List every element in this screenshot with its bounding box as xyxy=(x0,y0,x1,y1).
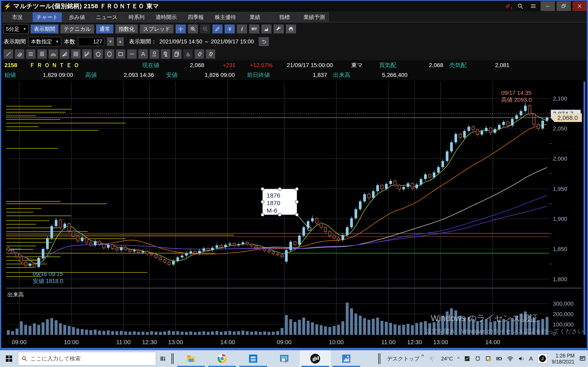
price-chart[interactable]: 2,1002,0502,0001,9501,9001,8501,800300,0… xyxy=(1,80,587,348)
field-value: 1,837 xyxy=(280,72,327,78)
draw-tool-line-icon[interactable] xyxy=(4,49,13,59)
info-icon[interactable]: i xyxy=(237,25,247,33)
taskbar-app-market-app[interactable] xyxy=(300,350,331,367)
draw-tool-hsegment-icon[interactable] xyxy=(127,49,137,59)
tray-ticker-icon[interactable] xyxy=(464,356,470,362)
draw-tool-time-cycle-icon[interactable] xyxy=(161,49,170,59)
zoom-out-icon[interactable] xyxy=(200,25,210,33)
count-down-button[interactable]: ▼ xyxy=(107,37,114,46)
svg-text:Windows のライセンス認証: Windows のライセンス認証 xyxy=(431,313,538,323)
svg-text:1,850: 1,850 xyxy=(553,246,567,252)
battery-icon[interactable] xyxy=(496,355,502,362)
svg-text:出来高: 出来高 xyxy=(7,292,24,298)
desktop-label: デスクトップ xyxy=(387,355,420,362)
tab-ニュース[interactable]: ニュース xyxy=(92,12,121,22)
yen-icon[interactable]: ¥ xyxy=(225,25,235,33)
interval-select[interactable]: 5分足 ▼ xyxy=(4,24,29,34)
start-button[interactable] xyxy=(0,350,18,367)
count-mode-select[interactable]: 本数指定 ▼ xyxy=(29,37,61,46)
area-chart-icon[interactable] xyxy=(261,25,272,33)
draw-tool-hlines-4-icon[interactable] xyxy=(37,49,47,59)
wifi-icon[interactable] xyxy=(507,355,513,362)
tab-四季報[interactable]: 四季報 xyxy=(181,12,210,22)
technical-button[interactable]: テクニカル xyxy=(61,25,94,33)
wrench-icon[interactable] xyxy=(274,25,284,33)
tray-notify-app-icon[interactable] xyxy=(485,356,492,362)
normal-button[interactable]: 通常 xyxy=(96,25,113,33)
print-icon[interactable] xyxy=(286,25,296,33)
tab-業績[interactable]: 業績 xyxy=(241,12,269,22)
restore-button[interactable] xyxy=(557,1,571,11)
taskbar-app-photos-app[interactable] xyxy=(331,350,362,367)
pencil-icon[interactable] xyxy=(212,25,223,33)
notification-center-icon[interactable] xyxy=(579,355,586,362)
tab-適時開示[interactable]: 適時開示 xyxy=(152,12,181,22)
count-up-button[interactable]: ▲ xyxy=(117,37,124,46)
desktop-toolbar[interactable]: デスクトップ » xyxy=(387,355,424,362)
taskbar-search[interactable]: ここに入力して検索 xyxy=(18,352,156,365)
draw-tool-copy-icon[interactable] xyxy=(172,49,182,59)
draw-tool-eraser-all-icon[interactable]: A xyxy=(206,49,215,59)
crosshair-icon[interactable] xyxy=(176,25,186,33)
my-chart-icon[interactable]: MY xyxy=(249,25,259,33)
draw-tool-vlines-icon[interactable] xyxy=(71,49,80,59)
draw-tool-pentagon-icon[interactable] xyxy=(94,49,103,59)
tab-業績予測[interactable]: 業績予測 xyxy=(300,12,329,22)
tab-指標[interactable]: 指標 xyxy=(270,12,299,22)
draw-tool-drag-hand-icon[interactable] xyxy=(183,49,193,59)
zoom-in-icon[interactable] xyxy=(188,25,198,33)
draw-tool-rectangle-icon[interactable] xyxy=(116,49,125,59)
draw-tool-hatched-line-icon[interactable] xyxy=(15,49,24,59)
stock-code: 2158 xyxy=(4,62,17,68)
taskbar-app-snip-app[interactable] xyxy=(269,350,300,367)
title-bar: ⚡ マルチツール(個別銘柄) 2158 ＦＲＯＮＴＥＯ 東マ 1 xyxy=(1,1,587,11)
callout-annotation[interactable]: 18761870M-6 xyxy=(261,187,311,231)
titlebar-controls: 1 xyxy=(503,1,587,11)
tab-株主優待[interactable]: 株主優待 xyxy=(211,12,240,22)
taskbar-clock[interactable]: 1:26 PM 9/18/2021 xyxy=(552,352,575,365)
draw-tool-text-icon[interactable]: A xyxy=(138,49,148,59)
field-value: +231 xyxy=(223,62,235,68)
low-annotation: 09/16 09:15安値 1818.0 xyxy=(33,271,63,284)
search-icon[interactable] xyxy=(515,1,526,11)
taskbar-app-mail-app[interactable] xyxy=(238,350,269,367)
menu-icon[interactable] xyxy=(527,1,539,11)
svg-text:13:00: 13:00 xyxy=(433,339,448,345)
link-group-icon[interactable]: 1 xyxy=(503,1,513,11)
field-value: 2,093 14:36 xyxy=(107,72,154,78)
close-button[interactable] xyxy=(572,1,587,11)
tab-時系列[interactable]: 時系列 xyxy=(122,12,151,22)
ime-language-icon[interactable]: J xyxy=(537,354,547,364)
weather-temp[interactable]: 24°C xyxy=(441,356,453,362)
reset-period-icon[interactable] xyxy=(259,37,269,46)
weather-icon[interactable] xyxy=(428,355,437,363)
taskbar-app-chrome[interactable] xyxy=(207,350,238,367)
task-view-button[interactable] xyxy=(156,350,170,367)
draw-tool-icon-stamp-icon[interactable]: icon xyxy=(150,49,159,59)
svg-text:2,050: 2,050 xyxy=(553,125,567,132)
tray-camera-icon[interactable] xyxy=(475,356,481,362)
volume-icon[interactable] xyxy=(518,355,525,362)
range-label: 表示期間： xyxy=(129,38,156,45)
clock-date: 9/18/2021 xyxy=(552,359,575,365)
draw-tool-hlines-3-icon[interactable] xyxy=(26,49,35,59)
minimize-button[interactable] xyxy=(541,1,555,11)
spread-button[interactable]: スプレッド xyxy=(140,25,173,33)
display-period-button[interactable]: 表示期間 xyxy=(31,25,58,33)
ime-mode-indicator[interactable]: A xyxy=(529,355,533,362)
svg-text:11:00: 11:00 xyxy=(116,339,130,345)
draw-tool-ellipse-icon[interactable] xyxy=(105,49,114,59)
tab-市況[interactable]: 市況 xyxy=(3,12,32,22)
app-window: ⚡ マルチツール(個別銘柄) 2158 ＦＲＯＮＴＥＯ 東マ 1 市況チャート歩… xyxy=(0,0,588,350)
tab-チャート[interactable]: チャート xyxy=(33,12,62,22)
tray-expand-button[interactable]: ^ xyxy=(457,356,459,361)
indexed-button[interactable]: 指数化 xyxy=(115,25,138,33)
taskbar-app-file-explorer[interactable] xyxy=(176,350,207,367)
draw-tool-rays-icon[interactable] xyxy=(82,49,92,59)
count-input[interactable]: 127 xyxy=(78,37,104,46)
draw-tool-fib-fan-icon[interactable] xyxy=(60,49,69,59)
draw-tool-eraser-icon[interactable] xyxy=(195,49,204,59)
draw-tool-fib-arc-icon[interactable] xyxy=(49,49,58,59)
tab-歩み値[interactable]: 歩み値 xyxy=(62,12,91,22)
window-title: マルチツール(個別銘柄) 2158 ＦＲＯＮＴＥＯ 東マ xyxy=(13,2,159,10)
